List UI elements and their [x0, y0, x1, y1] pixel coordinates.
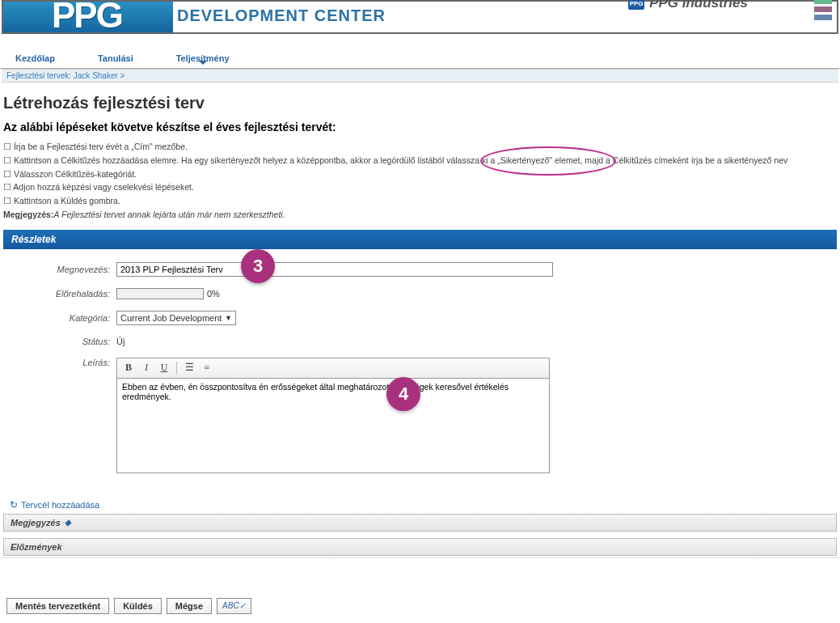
expand-icon: ◆	[65, 518, 71, 527]
underline-button[interactable]: U	[156, 361, 172, 375]
ppg-main-logo: PPG	[52, 0, 122, 36]
label-description: Leírás:	[3, 358, 116, 367]
label-category: Kategória:	[3, 313, 116, 323]
description-textarea[interactable]	[116, 378, 550, 473]
numbered-list-button[interactable]: ≡	[199, 361, 215, 375]
tab-learning[interactable]: Tanulási	[95, 49, 137, 68]
page-title: Létrehozás fejlesztési terv	[3, 94, 837, 112]
breadcrumb-link[interactable]: Fejlesztési tervek: Jack Shaker	[6, 71, 118, 80]
bold-button[interactable]: B	[120, 361, 137, 375]
page-subtitle: Az alábbi lépéseket követve készítse el …	[3, 121, 837, 134]
name-input[interactable]	[116, 262, 553, 277]
label-status: Státus:	[3, 337, 116, 346]
add-goal-link[interactable]: ↻ Tervcél hozzáadása	[10, 499, 830, 511]
nav-tabs: Kezdőlap Tanulási Teljesítmény	[0, 49, 840, 69]
label-progress: Előrehaladás:	[3, 289, 116, 299]
step-badge-3: 3	[241, 249, 275, 283]
bullet-list-button[interactable]: ☰	[181, 361, 197, 375]
save-draft-button[interactable]: Mentés tervezetként	[6, 598, 109, 614]
cancel-button[interactable]: Mégse	[167, 598, 212, 614]
button-bar: Mentés tervezetként Küldés Mégse ABC✓	[0, 593, 840, 619]
add-goal-label: Tervcél hozzáadása	[21, 500, 99, 510]
company-name: PPG Industries	[649, 0, 748, 11]
progress-value: 0%	[207, 289, 220, 299]
instruction-item: Írja be a Fejlesztési terv évét a „Cím" …	[3, 140, 837, 154]
breadcrumb: Fejlesztési tervek: Jack Shaker >	[2, 69, 838, 83]
instruction-item: Kattintson a Célkitűzés hozzáadása elemr…	[3, 154, 837, 167]
note-text: A Fejlesztési tervet annak lejárta után …	[53, 210, 285, 219]
breadcrumb-separator: >	[120, 71, 125, 80]
decorative-bars	[814, 0, 832, 20]
submit-button[interactable]: Küldés	[114, 598, 162, 614]
details-body: 3 4 Megnevezés: Előrehaladás: 0% Kategór…	[3, 249, 837, 494]
label-name: Megnevezés:	[3, 265, 116, 274]
instruction-item: Kattintson a Küldés gombra.	[3, 194, 837, 208]
italic-button[interactable]: I	[138, 361, 154, 375]
notes-label: Megjegyzés	[11, 518, 61, 528]
category-select[interactable]: Current Job Development ▼	[116, 311, 236, 325]
rte-toolbar: B I U ☰ ≡	[116, 358, 550, 378]
tab-performance[interactable]: Teljesítmény	[173, 49, 233, 68]
chevron-down-icon: ▼	[225, 314, 232, 322]
banner-title: DEVELOPMENT CENTER	[177, 6, 386, 25]
collapsible-notes[interactable]: Megjegyzés ◆	[3, 514, 837, 532]
instructions-block: Írja be a Fejlesztési terv évét a „Cím" …	[3, 140, 837, 222]
progress-bar	[116, 288, 204, 299]
collapsible-history[interactable]: Előzmények	[3, 538, 837, 556]
section-details-header: Részletek	[3, 230, 837, 249]
instruction-item: Adjon hozzá képzési vagy cselekvési lépé…	[3, 180, 837, 194]
category-value: Current Job Development	[120, 313, 222, 323]
banner: PPG DEVELOPMENT CENTER PPG PPG Industrie…	[2, 0, 838, 34]
status-value: Új	[116, 337, 125, 346]
spellcheck-button[interactable]: ABC✓	[217, 598, 251, 614]
tab-home[interactable]: Kezdőlap	[12, 49, 58, 68]
history-label: Előzmények	[11, 542, 62, 552]
note-label: Megjegyzés:	[3, 210, 53, 219]
rich-text-editor: B I U ☰ ≡	[116, 358, 550, 475]
step-badge-4: 4	[386, 377, 420, 411]
refresh-icon: ↻	[10, 499, 18, 511]
instruction-item: Válasszon Célkitűzés-kategóriát.	[3, 167, 837, 181]
ppg-small-logo: PPG	[628, 0, 644, 10]
banner-right-logo: PPG PPG Industries	[628, 0, 748, 11]
